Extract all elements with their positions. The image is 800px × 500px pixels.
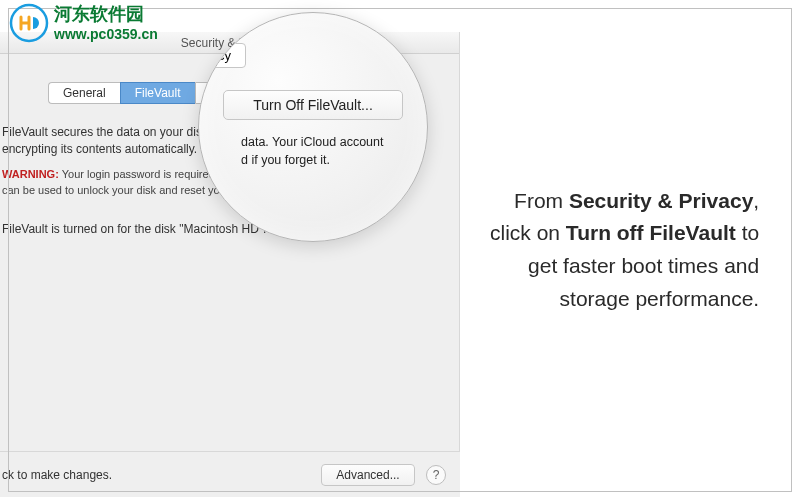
magnified-turnoff-button[interactable]: Turn Off FileVault...: [223, 90, 403, 120]
watermark-url: www.pc0359.cn: [54, 26, 158, 42]
help-icon[interactable]: ?: [426, 465, 446, 485]
instruction-text: From Security & Privacy, click on Turn o…: [490, 185, 759, 315]
watermark: 河东软件园 www.pc0359.cn: [8, 2, 158, 44]
magnifier-lens: cy Turn Off FileVault... data. Your iClo…: [198, 12, 428, 242]
desc-line1: FileVault secures the data on your disk …: [2, 125, 224, 139]
magnified-caption: data. Your iCloud account d if you forge…: [217, 134, 409, 169]
instruction-panel: From Security & Privacy, click on Turn o…: [490, 0, 774, 500]
lock-text[interactable]: ck to make changes.: [2, 468, 112, 482]
bottom-bar: ck to make changes. Advanced... ?: [0, 451, 460, 497]
warning-label: WARNING:: [2, 168, 59, 180]
tab-filevault[interactable]: FileVault: [120, 82, 195, 104]
desc-line2: encrypting its contents automatically.: [2, 142, 197, 156]
advanced-button[interactable]: Advanced...: [321, 464, 414, 486]
tab-general[interactable]: General: [48, 82, 120, 104]
watermark-logo: [8, 2, 50, 44]
watermark-cn: 河东软件园: [54, 2, 158, 26]
